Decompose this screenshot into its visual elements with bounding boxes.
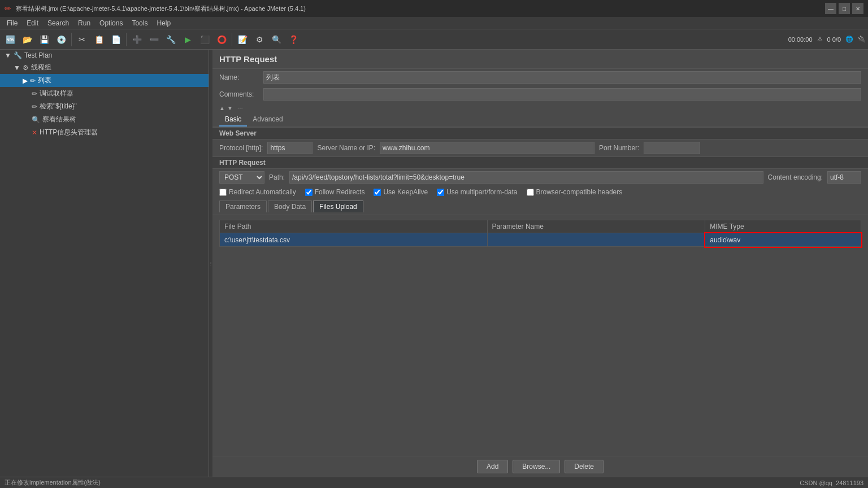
encoding-input[interactable] [827,171,861,184]
tree-item-debug-sampler[interactable]: ✏ 调试取样器 [0,87,209,100]
window-title: 察看结果树.jmx (E:\apache-jmeter-5.4.1\apache… [16,5,821,13]
method-select[interactable]: POST GET PUT DELETE [219,171,264,184]
new-button[interactable]: 🆕 [2,32,18,47]
sub-tab-body-data[interactable]: Body Data [268,201,312,212]
follow-label: Follow Redirects [315,188,365,196]
name-row: Name: [212,69,868,86]
add-file-button[interactable]: Add [477,460,508,473]
toolbar-separator-1 [71,33,72,46]
tree-item-label: 线程组 [31,63,51,72]
redirect-checkbox[interactable] [219,189,227,196]
add-button[interactable]: ➕ [129,32,145,47]
save-button[interactable]: 💾 [36,32,52,47]
tab-basic[interactable]: Basic [219,113,247,127]
menu-search[interactable]: Search [43,18,73,28]
tree-item-test-plan[interactable]: ▼ 🔧 Test Plan [0,50,209,61]
warning-icon: ⚠ [817,36,823,43]
app-icon: ✏ [5,4,11,13]
browse-button[interactable]: Browse... [513,460,560,473]
port-input[interactable] [644,142,700,154]
minimize-button[interactable]: — [825,3,836,14]
tab-advanced[interactable]: Advanced [247,113,288,127]
menu-help[interactable]: Help [152,18,175,28]
tree-item-search[interactable]: ✏ 检索"${title}" [0,100,209,113]
menubar: File Edit Search Run Options Tools Help [0,17,868,29]
plugin-icon: 🔌 [858,36,866,43]
comments-input[interactable] [263,88,861,101]
menu-run[interactable]: Run [73,18,95,28]
servername-input[interactable] [380,142,594,154]
ellipsis: ··· [237,104,243,112]
tree-node-icon: 🔧 [14,51,22,59]
multipart-check-item[interactable]: Use multipart/form-data [437,188,517,196]
menu-edit[interactable]: Edit [22,18,43,28]
tree-item-label: 调试取样器 [40,89,73,98]
keepalive-checkbox[interactable] [374,189,381,196]
table-row[interactable]: c:\user\jtt\testdata.csv audio\wav [220,233,861,247]
panel-header: HTTP Request [212,50,868,69]
maximize-button[interactable]: □ [839,3,850,14]
collapse-down-button[interactable]: ▼ [227,105,233,111]
tree-expand-icon: ▶ [23,77,28,85]
mime-type-cell[interactable]: audio\wav [705,233,861,247]
port-label: Port Number: [599,144,639,152]
collapse-up-button[interactable]: ▲ [219,105,225,111]
protocol-label: Protocol [http]: [219,144,263,152]
tree-item-label: 列表 [38,76,51,85]
multipart-label: Use multipart/form-data [446,188,517,196]
encoding-label: Content encoding: [768,173,823,181]
window-controls: — □ ✕ [825,3,863,14]
tree-node-icon: ✕ [32,129,37,137]
remove-button[interactable]: ➖ [146,32,162,47]
tree-item-list[interactable]: ▶ ✏ 列表 [0,74,209,87]
open-button[interactable]: 📂 [19,32,35,47]
copy-button[interactable]: 📋 [91,32,107,47]
path-label: Path: [269,173,285,181]
redirect-check-item[interactable]: Redirect Automatically [219,188,296,196]
protocol-input[interactable] [267,142,313,154]
name-label: Name: [219,73,259,81]
multipart-checkbox[interactable] [437,189,444,196]
comments-row: Comments: [212,86,868,103]
run-button[interactable]: ▶ [180,32,196,47]
path-input[interactable] [289,171,763,184]
name-input[interactable] [263,71,861,84]
param-name-cell[interactable] [487,233,705,247]
tree-item-view-results[interactable]: 🔍 察看结果树 [0,113,209,126]
sub-tab-files-upload[interactable]: Files Upload [313,201,363,212]
sub-tab-parameters[interactable]: Parameters [219,201,267,212]
tree-expand-icon: ▼ [14,64,20,72]
close-button[interactable]: ✕ [852,3,863,14]
menu-file[interactable]: File [2,18,22,28]
menu-options[interactable]: Options [95,18,127,28]
panel-title: HTTP Request [219,54,277,64]
tree-item-http-header[interactable]: ✕ HTTP信息头管理器 [0,126,209,139]
statusbar-left: 正在修改implementation属性(做法) [5,478,101,487]
paste-button[interactable]: 📄 [108,32,124,47]
stop-button[interactable]: ⬛ [197,32,212,47]
menu-tools[interactable]: Tools [127,18,152,28]
bottom-bar: Add Browse... Delete [212,456,868,477]
settings-button[interactable]: ⚙ [251,32,267,47]
search-tb-button[interactable]: 🔍 [268,32,284,47]
comments-label: Comments: [219,90,259,98]
tree-node-icon: 🔍 [32,116,40,124]
browser-compat-checkbox[interactable] [527,189,534,196]
tree-item-thread-group[interactable]: ▼ ⚙ 线程组 [0,61,209,74]
collapse-row: ▲ ▼ ··· [212,103,868,113]
file-path-cell[interactable]: c:\user\jtt\testdata.csv [220,233,488,247]
cut-button[interactable]: ✂ [74,32,90,47]
delete-button[interactable]: Delete [565,460,604,473]
follow-check-item[interactable]: Follow Redirects [305,188,365,196]
save-all-button[interactable]: 💿 [53,32,69,47]
browser-compat-check-item[interactable]: Browser-compatible headers [527,188,623,196]
stop-now-button[interactable]: ⭕ [214,32,229,47]
keepalive-check-item[interactable]: Use KeepAlive [374,188,428,196]
log-button[interactable]: 📝 [235,32,250,47]
help-tb-button[interactable]: ❓ [285,32,301,47]
tree-item-label: 检索"${title}" [40,102,77,111]
follow-checkbox[interactable] [305,189,313,196]
tree-node-icon: ✏ [32,90,37,98]
clear-button[interactable]: 🔧 [163,32,179,47]
statusbar-right: CSDN @qq_24811193 [800,480,863,486]
